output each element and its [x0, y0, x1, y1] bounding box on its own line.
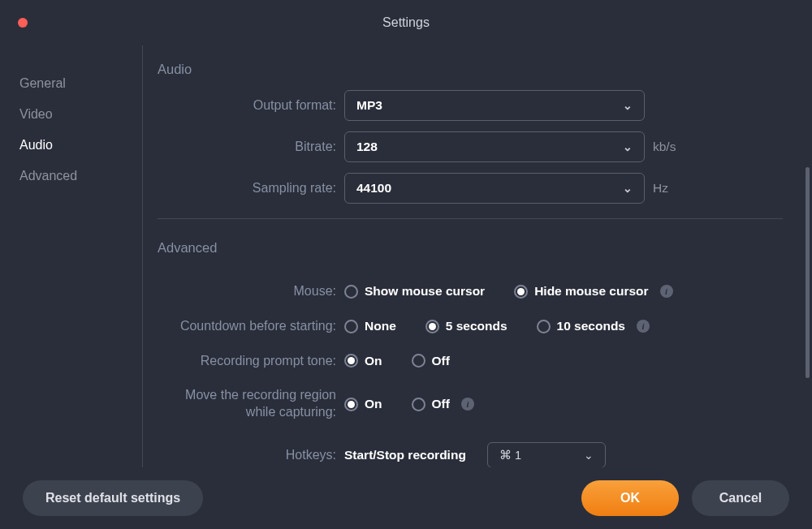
- label-countdown: Countdown before starting:: [158, 318, 344, 335]
- dropdown-value: ⌘ 1: [499, 449, 521, 462]
- radio-icon: [412, 354, 425, 368]
- row-bitrate: Bitrate: 128 ⌄ kb/s: [158, 131, 783, 162]
- settings-panel: Audio Output format: MP3 ⌄ Bitrate: 128 …: [143, 45, 812, 467]
- radio-opt-hide-cursor[interactable]: Hide mouse cursor: [514, 284, 648, 299]
- scrollbar[interactable]: [806, 167, 810, 378]
- section-title-advanced: Advanced: [158, 232, 783, 269]
- chevron-down-icon: ⌄: [584, 449, 594, 462]
- radio-icon: [344, 398, 358, 411]
- radio-opt-show-cursor[interactable]: Show mouse cursor: [344, 284, 485, 299]
- label-hotkeys: Hotkeys:: [158, 447, 344, 464]
- radio-label: On: [365, 354, 382, 368]
- label-sampling-rate: Sampling rate:: [158, 180, 344, 197]
- row-move-region: Move the recording region while capturin…: [158, 387, 783, 421]
- row-output-format: Output format: MP3 ⌄: [158, 90, 783, 121]
- radio-opt-move-on[interactable]: On: [344, 397, 382, 411]
- radio-group-prompt-tone: On Off: [344, 354, 450, 368]
- radio-icon: [514, 285, 528, 299]
- radio-icon: [425, 320, 439, 333]
- sidebar-item-video[interactable]: Video: [16, 99, 126, 130]
- info-icon[interactable]: i: [660, 285, 673, 298]
- radio-icon: [344, 285, 358, 299]
- label-move-region: Move the recording region while capturin…: [158, 387, 344, 421]
- dropdown-bitrate[interactable]: 128 ⌄: [344, 131, 645, 162]
- chevron-down-icon: ⌄: [623, 99, 633, 112]
- radio-icon: [344, 354, 358, 368]
- divider: [158, 218, 783, 219]
- info-icon[interactable]: i: [637, 320, 650, 333]
- radio-opt-prompt-off[interactable]: Off: [412, 354, 450, 368]
- label-output-format: Output format:: [158, 97, 344, 114]
- radio-group-mouse: Show mouse cursor Hide mouse cursor i: [344, 284, 673, 299]
- radio-label: Off: [432, 354, 450, 368]
- section-title-audio: Audio: [158, 54, 783, 90]
- unit-sampling-rate: Hz: [653, 181, 668, 196]
- radio-opt-move-off[interactable]: Off: [412, 397, 450, 411]
- radio-opt-countdown-none[interactable]: None: [344, 319, 396, 333]
- dropdown-hotkey[interactable]: ⌘ 1 ⌄: [487, 442, 606, 467]
- sidebar-item-audio[interactable]: Audio: [16, 130, 126, 161]
- sidebar-item-advanced[interactable]: Advanced: [16, 161, 126, 191]
- ok-button[interactable]: OK: [581, 480, 679, 516]
- radio-icon: [344, 320, 358, 333]
- radio-icon: [412, 398, 425, 411]
- row-prompt-tone: Recording prompt tone: On Off: [158, 353, 783, 370]
- radio-icon: [537, 320, 551, 333]
- dropdown-output-format[interactable]: MP3 ⌄: [344, 90, 645, 121]
- label-bitrate: Bitrate:: [158, 139, 344, 156]
- titlebar: Settings: [0, 0, 812, 45]
- radio-group-countdown: None 5 seconds 10 seconds i: [344, 319, 650, 333]
- info-icon[interactable]: i: [461, 398, 474, 411]
- radio-label: None: [365, 319, 396, 333]
- radio-label: Show mouse cursor: [365, 284, 485, 299]
- content-body: General Video Audio Advanced Audio Outpu…: [0, 45, 812, 467]
- row-hotkeys: Hotkeys: Start/Stop recording ⌘ 1 ⌄: [158, 442, 783, 467]
- radio-label: 5 seconds: [446, 319, 508, 333]
- radio-opt-countdown-10[interactable]: 10 seconds: [537, 319, 625, 333]
- radio-label: Off: [432, 397, 450, 411]
- window-title: Settings: [382, 15, 430, 30]
- radio-label: 10 seconds: [557, 319, 625, 333]
- dropdown-value: MP3: [356, 98, 382, 113]
- row-countdown: Countdown before starting: None 5 second…: [158, 318, 783, 335]
- row-mouse: Mouse: Show mouse cursor Hide mouse curs…: [158, 283, 783, 300]
- label-mouse: Mouse:: [158, 283, 344, 300]
- unit-bitrate: kb/s: [653, 140, 676, 154]
- dropdown-value: 44100: [356, 181, 391, 196]
- dropdown-value: 128: [356, 140, 378, 154]
- radio-opt-prompt-on[interactable]: On: [344, 354, 382, 368]
- sidebar: General Video Audio Advanced: [0, 45, 143, 467]
- chevron-down-icon: ⌄: [623, 140, 633, 153]
- dropdown-sampling-rate[interactable]: 44100 ⌄: [344, 173, 645, 204]
- sidebar-item-general[interactable]: General: [16, 68, 126, 99]
- cancel-button[interactable]: Cancel: [692, 480, 789, 516]
- footer: Reset default settings OK Cancel: [0, 467, 812, 529]
- reset-defaults-button[interactable]: Reset default settings: [23, 480, 203, 516]
- label-prompt-tone: Recording prompt tone:: [158, 353, 344, 370]
- hotkey-action: Start/Stop recording: [344, 448, 466, 462]
- radio-group-move-region: On Off i: [344, 397, 474, 411]
- close-window-icon[interactable]: [18, 18, 28, 28]
- row-sampling-rate: Sampling rate: 44100 ⌄ Hz: [158, 173, 783, 204]
- radio-opt-countdown-5[interactable]: 5 seconds: [425, 319, 508, 333]
- chevron-down-icon: ⌄: [623, 182, 633, 195]
- radio-label: Hide mouse cursor: [534, 284, 648, 299]
- radio-label: On: [365, 397, 382, 411]
